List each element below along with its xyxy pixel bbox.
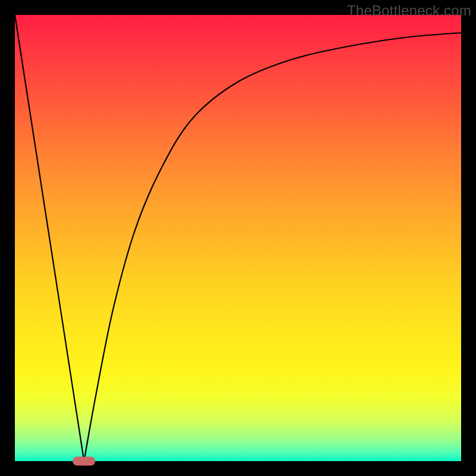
chart-container: TheBottleneck.com	[0, 0, 476, 476]
plot-area	[15, 15, 461, 461]
minimum-marker	[73, 457, 95, 466]
curve-path	[15, 15, 461, 461]
chart-curve	[15, 15, 461, 461]
